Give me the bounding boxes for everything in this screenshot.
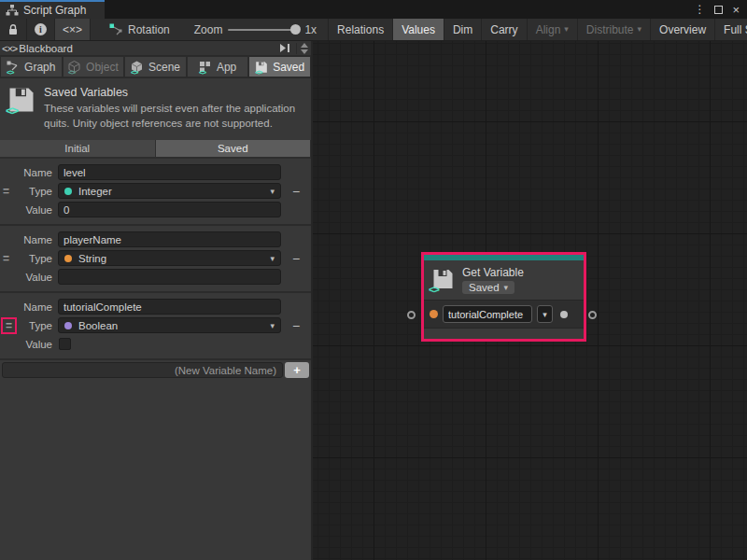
zoom-value: 1x [304, 23, 317, 36]
graph-canvas[interactable]: <> Get Variable Saved ▾ ▾ [313, 41, 747, 560]
node-variable-name-input[interactable] [443, 305, 532, 323]
value-label: Value [0, 272, 58, 283]
remove-variable-button[interactable]: − [292, 319, 300, 332]
output-port-ring[interactable] [588, 311, 597, 319]
saved-variables-large-icon: <> [7, 86, 35, 118]
rotation-label: Rotation [128, 23, 170, 36]
node-footer [424, 329, 584, 339]
variable-name-input[interactable] [58, 299, 281, 315]
info-description: These variables will persist even after … [44, 102, 303, 131]
variable-type-dropdown[interactable]: Boolean ▾ [58, 317, 281, 333]
chevron-down-icon: ▾ [543, 310, 547, 319]
tab-graph[interactable]: <> Graph [1, 57, 62, 77]
overview-button[interactable]: Overview [650, 19, 714, 40]
value-output-port[interactable] [560, 311, 568, 318]
rotation-button[interactable]: Rotation [109, 19, 170, 40]
zoom-control: Zoom 1x [194, 19, 317, 40]
window-tab-script-graph[interactable]: Script Graph [0, 0, 105, 19]
variable-row-playerName: Name = Type String ▾ − Value [0, 226, 311, 293]
variable-value-input[interactable] [58, 269, 281, 285]
variable-drag-handle-highlighted[interactable]: = [1, 317, 17, 334]
info-button[interactable]: i [27, 19, 55, 40]
window-tab-label: Script Graph [23, 4, 86, 17]
graph-toolbar: i <×> Rotation Zoom 1x Relations Values … [0, 19, 747, 41]
variable-row-tutorialComplete: Name = Type Boolean ▾ − Value [0, 293, 311, 360]
variable-name-input[interactable] [58, 231, 281, 247]
variable-value-input[interactable] [58, 202, 281, 217]
remove-variable-button[interactable]: − [292, 252, 300, 265]
variable-picker-dropdown[interactable]: ▾ [537, 305, 553, 323]
type-color-dot [64, 188, 72, 195]
tab-scene[interactable]: <> Scene [125, 57, 186, 77]
value-label: Value [0, 339, 58, 350]
carry-button[interactable]: Carry [481, 19, 526, 40]
saved-variable-node-icon: <> [431, 268, 455, 293]
close-icon[interactable]: × [732, 4, 740, 16]
input-port-ring[interactable] [407, 311, 416, 319]
variable-name-input[interactable] [58, 164, 281, 180]
name-label: Name [0, 301, 58, 313]
code-view-button[interactable]: <×> [55, 19, 91, 40]
variables-list: Name = Type Integer ▾ − Value [0, 159, 311, 380]
lock-button[interactable] [0, 19, 27, 40]
variable-drag-handle[interactable]: = [3, 252, 9, 265]
remove-variable-button[interactable]: − [292, 185, 300, 198]
values-button[interactable]: Values [392, 19, 444, 40]
scroll-down-icon[interactable] [301, 49, 308, 54]
variable-type-dropdown[interactable]: Integer ▾ [58, 183, 281, 199]
variable-name-port[interactable] [430, 310, 438, 318]
blackboard-title: Blackboard [19, 43, 73, 54]
rotation-icon [109, 23, 123, 35]
node-title: Get Variable [462, 266, 524, 279]
blackboard-panel: <×> Blackboard <> Graph [0, 41, 313, 560]
chevron-down-icon: ▾ [270, 254, 275, 263]
zoom-label: Zoom [194, 23, 223, 36]
new-variable-name-input[interactable] [2, 362, 283, 378]
name-label: Name [0, 234, 58, 245]
dim-button[interactable]: Dim [444, 19, 481, 40]
zoom-slider[interactable] [228, 29, 299, 31]
add-variable-button[interactable]: + [285, 362, 309, 378]
code-icon: <> [6, 104, 18, 118]
value-label: Value [0, 204, 58, 216]
saved-variables-icon: <> [255, 61, 269, 74]
variable-scope-tabs: <> Graph <> Object <> Scene [0, 56, 311, 78]
scroll-up-icon[interactable] [301, 43, 308, 48]
window-menu-icon[interactable]: ⋮ [694, 3, 705, 16]
chevron-down-icon: ▾ [564, 25, 569, 34]
panel-scroll-arrows [296, 43, 309, 54]
variable-value-checkbox[interactable] [59, 338, 71, 350]
variable-type-dropdown[interactable]: String ▾ [58, 250, 281, 266]
chevron-down-icon: ▾ [270, 321, 275, 330]
variables-code-icon: <×> [2, 43, 17, 54]
chevron-down-icon: ▾ [504, 284, 509, 292]
maximize-icon[interactable] [714, 6, 723, 14]
blackboard-header: <×> Blackboard [0, 41, 311, 56]
distribute-button[interactable]: Distribute▾ [577, 19, 650, 40]
tab-app[interactable]: <> App [188, 57, 248, 77]
relations-button[interactable]: Relations [328, 19, 392, 40]
full-screen-button[interactable]: Full Screen [714, 19, 747, 40]
subtab-saved[interactable]: Saved [156, 140, 312, 157]
align-button[interactable]: Align▾ [527, 19, 577, 40]
tab-saved[interactable]: <> Saved [249, 57, 310, 77]
initial-saved-subtabs: Initial Saved [0, 140, 311, 159]
type-color-dot [64, 322, 72, 329]
subtab-initial[interactable]: Initial [0, 140, 156, 157]
variable-drag-handle[interactable]: = [3, 185, 9, 198]
app-variables-icon: <> [199, 61, 213, 74]
variable-scope-dropdown[interactable]: Saved ▾ [462, 281, 514, 294]
info-icon: i [35, 23, 47, 35]
scene-variables-icon: <> [131, 61, 145, 74]
tab-object[interactable]: <> Object [63, 57, 124, 77]
get-variable-node[interactable]: <> Get Variable Saved ▾ ▾ [421, 252, 586, 342]
dock-panel-icon[interactable] [280, 44, 290, 52]
code-icon: <> [429, 284, 439, 295]
zoom-slider-handle[interactable] [290, 24, 301, 35]
info-heading: Saved Variables [44, 86, 303, 99]
titlebar: Script Graph ⋮ × [0, 0, 747, 19]
node-body: ▾ [424, 300, 584, 329]
window-controls: ⋮ × [694, 0, 747, 19]
node-header[interactable]: <> Get Variable Saved ▾ [424, 260, 584, 300]
script-graph-icon [6, 5, 19, 16]
